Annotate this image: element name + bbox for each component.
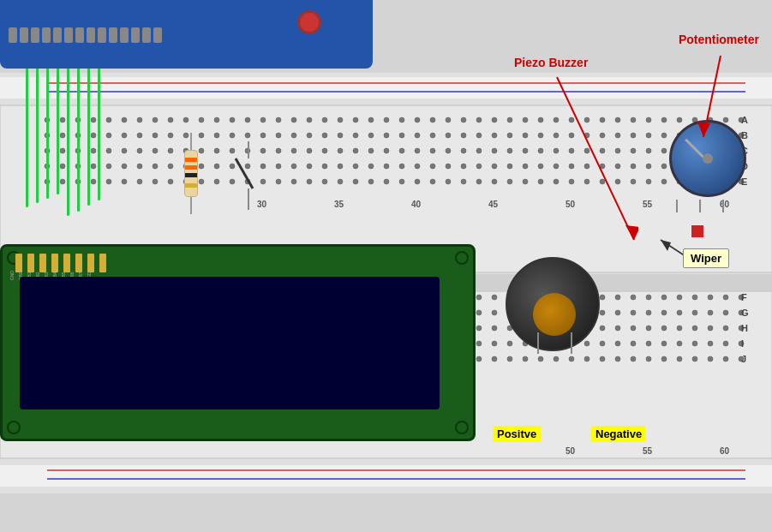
resistor-band-1 xyxy=(185,158,197,162)
wiper-label: Wiper xyxy=(683,248,729,268)
resistor-band-4 xyxy=(185,183,197,188)
lcd-pins xyxy=(15,254,106,272)
arduino-pin xyxy=(20,27,28,43)
positive-label: Positve xyxy=(493,426,541,442)
lcd-corner-br xyxy=(455,421,469,434)
arduino-pin xyxy=(75,27,84,43)
resistor-leg-top xyxy=(190,133,192,150)
arduino-pin xyxy=(9,27,17,43)
pot-leg-3 xyxy=(722,200,724,212)
lcd-pin xyxy=(99,254,106,272)
resistor-body xyxy=(184,150,198,197)
lcd-corner-tr xyxy=(455,251,469,265)
pot-legs xyxy=(676,200,755,212)
arduino-pin xyxy=(109,27,117,43)
piezo-center xyxy=(533,293,576,336)
negative-label: Negative xyxy=(591,426,646,442)
breadboard-container: rows A-E top half, F-J bottom half A B C… xyxy=(0,0,772,532)
piezo-arrow-svg xyxy=(553,73,638,244)
lcd-screen xyxy=(20,277,440,409)
lcd-pin xyxy=(15,254,22,272)
svg-marker-32 xyxy=(697,122,710,137)
pot-arrow-svg xyxy=(656,51,725,146)
piezo-leg-left xyxy=(537,332,539,354)
svg-marker-30 xyxy=(625,225,638,240)
svg-marker-34 xyxy=(661,240,671,251)
lcd-corner-bl xyxy=(7,421,21,434)
pot-center xyxy=(703,153,713,164)
piezo-buzzer xyxy=(497,240,608,351)
switch-component xyxy=(231,141,266,213)
pot-leg-2 xyxy=(699,200,701,212)
arduino-pin xyxy=(120,27,129,43)
svg-line-27 xyxy=(236,158,253,188)
arduino-pin xyxy=(153,27,162,43)
lcd-pin xyxy=(51,254,58,272)
lcd-pin xyxy=(39,254,46,272)
lcd-pin xyxy=(75,254,82,272)
arduino-pin xyxy=(64,27,73,43)
arduino-pin xyxy=(142,27,151,43)
lcd-display: GND DB0 DB1 DB2 DB3 DB4 DB5 DB6 DB7 LED xyxy=(0,244,476,441)
lcd-pin xyxy=(87,254,94,272)
svg-line-29 xyxy=(557,77,634,240)
resistor xyxy=(184,133,198,214)
piezo-buzzer-label: Piezo Buzzer xyxy=(514,56,588,69)
arduino-pin xyxy=(31,27,39,43)
arduino-pin xyxy=(87,27,95,43)
pot-leg-1 xyxy=(676,200,678,212)
arduino-board xyxy=(0,0,373,69)
resistor-band-3 xyxy=(185,173,197,177)
arduino-pin xyxy=(42,27,51,43)
lcd-pin xyxy=(27,254,34,272)
arduino-pin xyxy=(98,27,106,43)
arduino-reset-button[interactable] xyxy=(297,10,321,34)
resistor-leg-bottom xyxy=(190,197,192,214)
lcd-pin xyxy=(63,254,70,272)
resistor-band-2 xyxy=(185,165,197,170)
arduino-pin xyxy=(53,27,62,43)
switch-svg xyxy=(231,141,266,210)
piezo-leg-right xyxy=(571,332,572,354)
arduino-pin xyxy=(131,27,140,43)
piezo-body xyxy=(506,257,600,351)
potentiometer-label: Potentiometer xyxy=(679,33,759,46)
